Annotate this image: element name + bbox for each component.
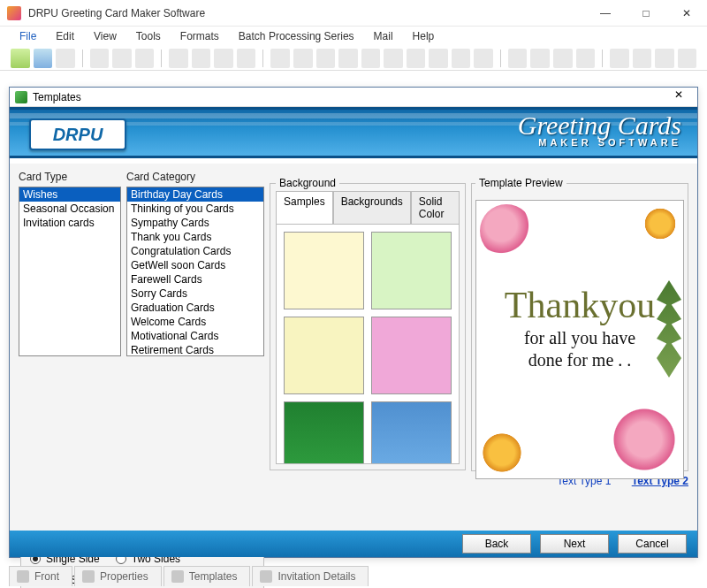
preview-line2: done for me . .	[476, 350, 683, 370]
menu-batch[interactable]: Batch Processing Series	[230, 28, 363, 44]
card-type-list[interactable]: WishesSeasonal OccasionInvitation cards	[19, 187, 121, 356]
sample-thumbnail[interactable]	[284, 401, 364, 464]
dialog-button-bar: Back Next Cancel	[10, 531, 697, 557]
sample-thumbnails	[284, 232, 452, 464]
card-category-item[interactable]: Thank you Cards	[127, 230, 263, 244]
flower-icon	[480, 431, 524, 475]
toolbar-icon[interactable]	[214, 49, 233, 68]
tab-invitation-details[interactable]: Invitation Details	[252, 566, 369, 586]
toolbar-icon[interactable]	[610, 49, 629, 68]
menu-help[interactable]: Help	[404, 28, 444, 44]
menu-formats[interactable]: Formats	[171, 28, 228, 44]
toolbar-icon[interactable]	[474, 49, 493, 68]
sample-thumbnail[interactable]	[371, 401, 452, 464]
card-category-item[interactable]: Thinking of you Cards	[127, 202, 263, 216]
sample-thumbnail[interactable]	[284, 317, 364, 394]
toolbar-icon[interactable]	[576, 49, 596, 68]
toolbar-icon[interactable]	[508, 49, 528, 68]
window-title: DRPU Greeting Card Maker Software	[28, 7, 585, 19]
card-category-item[interactable]: Graduation Cards	[127, 301, 263, 315]
tab-properties[interactable]: Properties	[74, 566, 162, 586]
toolbar-icon[interactable]	[316, 49, 336, 68]
dialog-close-button[interactable]: ✕	[665, 88, 692, 106]
flower-icon	[480, 204, 533, 257]
card-category-item[interactable]: Welcome Cards	[127, 315, 263, 329]
tab-solid-color[interactable]: Solid Color	[411, 191, 460, 224]
toolbar-separator	[161, 50, 162, 67]
toolbar-icon[interactable]	[293, 49, 313, 68]
toolbar-icon[interactable]	[407, 49, 426, 68]
card-category-label: Card Category	[126, 171, 264, 183]
menubar: File Edit View Tools Formats Batch Proce…	[0, 27, 707, 46]
card-type-label: Card Type	[19, 171, 121, 183]
sample-thumbnail[interactable]	[371, 232, 452, 309]
sample-thumbnail[interactable]	[284, 232, 364, 309]
toolbar-icon[interactable]	[452, 49, 471, 68]
card-category-list[interactable]: Birthday Day CardsThinking of you CardsS…	[126, 187, 264, 356]
card-category-item[interactable]: Motivational Cards	[127, 329, 263, 343]
toolbar-open-icon[interactable]	[34, 49, 53, 68]
editor-tabs: Front Properties Templates Invitation De…	[9, 566, 370, 586]
back-button[interactable]: Back	[462, 534, 531, 554]
card-category-item[interactable]: Farewell Cards	[127, 272, 263, 286]
card-category-item[interactable]: Retirement Cards	[127, 343, 263, 356]
tab-backgrounds[interactable]: Backgrounds	[333, 191, 411, 224]
toolbar-icon[interactable]	[530, 49, 550, 68]
toolbar-icon[interactable]	[90, 49, 110, 68]
window-titlebar: DRPU Greeting Card Maker Software ― □ ✕	[0, 0, 707, 27]
toolbar-icon[interactable]	[384, 49, 403, 68]
card-category-item[interactable]: Sympathy Cards	[127, 216, 263, 230]
next-button[interactable]: Next	[540, 534, 609, 554]
tab-front[interactable]: Front	[9, 566, 72, 586]
toolbar-icon[interactable]	[633, 49, 652, 68]
minimize-button[interactable]: ―	[585, 0, 626, 27]
template-preview-label: Template Preview	[475, 177, 566, 189]
toolbar-new-icon[interactable]	[11, 49, 30, 68]
tab-icon	[82, 570, 95, 583]
template-preview-group: Template Preview Thankyou for all you ha…	[471, 183, 688, 471]
card-category-item[interactable]: Sorry Cards	[127, 286, 263, 301]
preview-heading: Thankyou	[476, 284, 683, 326]
menu-mail[interactable]: Mail	[365, 28, 402, 44]
toolbar-icon[interactable]	[553, 49, 573, 68]
tab-templates[interactable]: Templates	[163, 566, 251, 586]
toolbar-icon[interactable]	[237, 49, 256, 68]
flower-icon	[609, 404, 680, 475]
tab-samples[interactable]: Samples	[276, 191, 333, 224]
card-category-item[interactable]: Congratulation Cards	[127, 244, 263, 258]
toolbar-icon[interactable]	[192, 49, 211, 68]
menu-view[interactable]: View	[85, 28, 125, 44]
toolbar-icon[interactable]	[270, 49, 290, 68]
toolbar-icon[interactable]	[678, 49, 697, 68]
toolbar-icon[interactable]	[112, 49, 132, 68]
menu-file[interactable]: File	[11, 28, 45, 44]
brand-logo: DRPU	[29, 118, 126, 150]
toolbar-icon[interactable]	[169, 49, 188, 68]
menu-tools[interactable]: Tools	[127, 28, 170, 44]
cancel-button[interactable]: Cancel	[618, 534, 687, 554]
toolbar-icon[interactable]	[338, 49, 358, 68]
toolbar-separator	[500, 50, 501, 67]
banner-script: Greeting Cards	[518, 113, 681, 137]
menu-edit[interactable]: Edit	[47, 28, 83, 44]
background-samples-body[interactable]	[276, 224, 460, 464]
card-type-item[interactable]: Seasonal Occasion	[19, 202, 120, 216]
toolbar-icon[interactable]	[429, 49, 448, 68]
maximize-button[interactable]: □	[626, 0, 666, 27]
preview-canvas: Thankyou for all you have done for me . …	[475, 200, 684, 479]
card-type-item[interactable]: Invitation cards	[19, 216, 120, 230]
card-category-item[interactable]: Birthday Day Cards	[127, 187, 263, 202]
toolbar-icon[interactable]	[361, 49, 381, 68]
close-button[interactable]: ✕	[666, 0, 707, 27]
card-category-item[interactable]: GetWell soon Cards	[127, 258, 263, 272]
toolbar-icon[interactable]	[135, 49, 155, 68]
toolbar-icon[interactable]	[655, 49, 674, 68]
tab-icon	[171, 570, 184, 583]
toolbar	[0, 46, 707, 71]
card-type-item[interactable]: Wishes	[19, 187, 120, 202]
dialog-title: Templates	[33, 91, 665, 103]
banner-subtitle: MAKER SOFTWARE	[518, 137, 681, 148]
toolbar-icon[interactable]	[56, 49, 75, 68]
preview-line1: for all you have	[476, 328, 683, 348]
sample-thumbnail[interactable]	[371, 317, 452, 394]
